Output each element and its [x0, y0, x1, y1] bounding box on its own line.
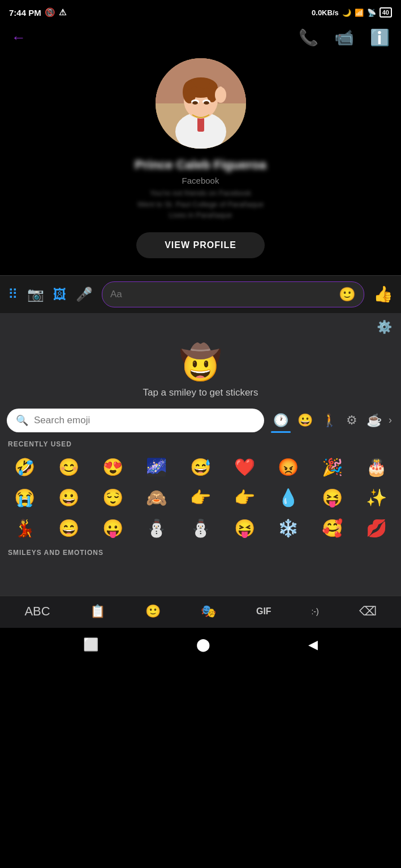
clipboard-icon: 📋 — [90, 604, 105, 619]
top-navigation: ← 📞 📹 ℹ️ — [0, 23, 401, 53]
emoji-relieved[interactable]: 😌 — [91, 483, 134, 513]
emoji-snowflake[interactable]: ❄️ — [267, 514, 310, 543]
emoji-crying[interactable]: 😭 — [3, 483, 46, 513]
tab-objects[interactable]: ⚙ — [344, 409, 360, 432]
android-navigation-bar: ⬜ ⬤ ◀ — [0, 628, 401, 662]
call-icon: 📵 — [45, 7, 55, 18]
emoji-sparkle[interactable]: ✨ — [355, 483, 398, 513]
emoji-snowman-2[interactable]: ⛄ — [179, 514, 222, 543]
abc-icon: ABC — [24, 604, 50, 619]
alert-icon: ⚠ — [59, 7, 66, 18]
tab-smileys[interactable]: 😀 — [295, 409, 315, 432]
recently-used-label: RECENTLY USED — [0, 436, 401, 450]
status-left: 7:44 PM 📵 ⚠ — [9, 7, 66, 18]
emoji-tongue[interactable]: 😛 — [91, 514, 134, 543]
emoji-red-heart[interactable]: ❤️ — [223, 453, 266, 482]
mic-icon[interactable]: 🎤 — [76, 287, 93, 302]
emoji-smiling-hearts[interactable]: 🥰 — [311, 514, 354, 543]
emoji-birthday-cake[interactable]: 🎂 — [355, 453, 398, 482]
android-home-button[interactable]: ⬤ — [196, 637, 210, 652]
wifi-icon: 📡 — [367, 8, 376, 17]
keyboard-delete-button[interactable]: ⌫ — [353, 602, 382, 622]
svg-point-12 — [204, 101, 209, 105]
settings-icon[interactable]: ⚙️ — [377, 320, 392, 335]
emoji-search-box[interactable]: 🔍 — [7, 409, 264, 432]
sticker-keyboard-icon: 🎭 — [201, 604, 216, 619]
emoji-snowman-1[interactable]: ⛄ — [135, 514, 178, 543]
time-display: 7:44 PM — [9, 8, 41, 18]
emoji-droplets[interactable]: 💧 — [267, 483, 310, 513]
keyboard-sticker-button[interactable]: 🎭 — [195, 602, 222, 622]
search-icon: 🔍 — [16, 414, 28, 427]
emoji-kiss-lips[interactable]: 💋 — [355, 514, 398, 543]
tab-more[interactable]: › — [389, 414, 392, 426]
emoji-panel: ⚙️ 🤠 Tap a smiley to get stickers 🔍 🕐 😀 … — [0, 313, 401, 596]
back-button[interactable]: ← — [11, 29, 26, 46]
emoji-squinting[interactable]: 😝 — [223, 514, 266, 543]
video-call-button[interactable]: 📹 — [334, 28, 354, 47]
gif-icon: GIF — [256, 606, 271, 617]
emoji-party-popper[interactable]: 🎉 — [311, 453, 354, 482]
keyboard-emoticon-button[interactable]: :-) — [305, 605, 324, 619]
keyboard-gif-button[interactable]: GIF — [251, 604, 277, 620]
profile-info: You're not friends on Facebook Went to S… — [137, 188, 264, 221]
profile-area: Prince Caleb Figueroa Facebook You're no… — [0, 53, 401, 275]
emoji-point-right-2[interactable]: 👉 — [223, 483, 266, 513]
emoji-see-no-evil[interactable]: 🙈 — [135, 483, 178, 513]
battery-indicator: 40 — [380, 7, 392, 18]
emoji-sweat-smile[interactable]: 😅 — [179, 453, 222, 482]
signal-icon: 📶 — [355, 8, 364, 17]
emoji-beaming[interactable]: 😄 — [48, 514, 90, 543]
emoji-dancer[interactable]: 💃 — [3, 514, 46, 543]
profile-name: Prince Caleb Figueroa — [135, 158, 266, 172]
emoji-grid-recent: 🤣 😊 😍 🌌 😅 ❤️ 😡 🎉 🎂 😭 😀 😌 🙈 👉 👉 💧 😝 ✨ 💃 😄… — [0, 450, 401, 545]
network-speed: 0.0KB/s — [312, 8, 339, 17]
message-input-wrap[interactable]: 🙂 — [102, 281, 364, 307]
action-icons: 📞 📹 ℹ️ — [299, 28, 390, 47]
view-profile-button[interactable]: VIEW PROFILE — [136, 232, 265, 258]
camera-icon[interactable]: 📷 — [27, 287, 44, 302]
keyboard-clipboard-button[interactable]: 📋 — [84, 602, 111, 622]
profile-platform: Facebook — [182, 176, 219, 185]
emoji-point-right-1[interactable]: 👉 — [179, 483, 222, 513]
sticker-promo: 🤠 Tap a smiley to get stickers — [0, 337, 401, 409]
emoji-smile[interactable]: 😊 — [48, 453, 90, 482]
emoji-search-input[interactable] — [34, 415, 255, 426]
emoji-stuck-out-tongue[interactable]: 😝 — [311, 483, 354, 513]
sticker-face-icon: 🤠 — [179, 342, 222, 383]
call-button[interactable]: 📞 — [299, 28, 318, 47]
moon-icon: 🌙 — [342, 8, 351, 17]
emoticon-icon: :-) — [311, 607, 318, 616]
menu-dots-icon[interactable]: ⠿ — [8, 287, 18, 302]
emoji-laughing-cry[interactable]: 🤣 — [3, 453, 46, 482]
emoji-angry[interactable]: 😡 — [267, 453, 310, 482]
tab-food[interactable]: ☕ — [364, 409, 384, 432]
keyboard-emoji-button[interactable]: 🙂 — [140, 602, 166, 622]
smileys-emotions-label: SMILEYS AND EMOTIONS — [0, 545, 401, 558]
emoji-grinning[interactable]: 😀 — [48, 483, 90, 513]
keyboard-bottom-bar: ABC 📋 🙂 🎭 GIF :-) ⌫ — [0, 596, 401, 628]
sticker-prompt-text: Tap a smiley to get stickers — [143, 387, 258, 398]
info-button[interactable]: ℹ️ — [370, 28, 390, 47]
message-input[interactable] — [110, 289, 334, 300]
emoji-night-stars[interactable]: 🌌 — [135, 453, 178, 482]
delete-icon: ⌫ — [359, 604, 377, 619]
svg-rect-14 — [219, 86, 222, 96]
emoji-heart-eyes[interactable]: 😍 — [91, 453, 134, 482]
image-icon[interactable]: 🖼 — [53, 287, 67, 302]
android-square-button[interactable]: ⬜ — [83, 637, 98, 652]
android-back-button[interactable]: ◀ — [308, 637, 318, 652]
tab-people[interactable]: 🚶 — [320, 409, 339, 432]
emoji-search-row: 🔍 🕐 😀 🚶 ⚙ ☕ › — [0, 409, 401, 432]
thumbs-up-icon[interactable]: 👍 — [373, 285, 393, 303]
avatar — [156, 58, 246, 149]
emoji-panel-header: ⚙️ — [0, 313, 401, 337]
svg-point-11 — [192, 101, 198, 105]
status-bar: 7:44 PM 📵 ⚠ 0.0KB/s 🌙 📶 📡 40 — [0, 0, 401, 23]
emoji-toggle-icon[interactable]: 🙂 — [339, 287, 356, 302]
tab-recent[interactable]: 🕐 — [271, 409, 291, 432]
message-bar: ⠿ 📷 🖼 🎤 🙂 👍 — [0, 275, 401, 313]
keyboard-abc-button[interactable]: ABC — [19, 602, 55, 622]
status-right: 0.0KB/s 🌙 📶 📡 40 — [312, 7, 392, 18]
emoji-keyboard-icon: 🙂 — [145, 604, 161, 619]
